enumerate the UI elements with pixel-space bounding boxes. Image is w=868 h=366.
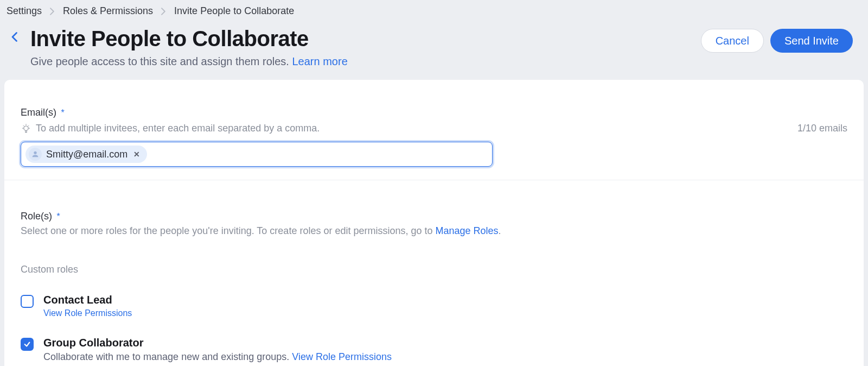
email-chip: Smitty@email.com ✕ xyxy=(25,146,147,163)
roles-section: Role(s) * Select one or more roles for t… xyxy=(21,180,847,363)
subtitle-text: Give people access to this site and assi… xyxy=(30,55,292,67)
page-subtitle: Give people access to this site and assi… xyxy=(30,55,701,68)
breadcrumb: Settings Roles & Permissions Invite Peop… xyxy=(0,0,868,17)
remove-email-icon[interactable]: ✕ xyxy=(132,149,142,159)
emails-hint: To add multiple invitees, enter each ema… xyxy=(36,123,320,134)
emails-text-input[interactable] xyxy=(147,147,488,162)
custom-roles-heading: Custom roles xyxy=(21,264,847,275)
form-card: Email(s) * To add multiple invitees, ent… xyxy=(4,80,864,366)
role-desc: Collaborate with me to manage new and ex… xyxy=(43,351,292,362)
role-item-group-collaborator: Group Collaborator Collaborate with me t… xyxy=(21,337,847,363)
breadcrumb-roles-permissions[interactable]: Roles & Permissions xyxy=(63,5,153,17)
view-role-permissions-link[interactable]: View Role Permissions xyxy=(292,351,392,362)
user-icon xyxy=(29,148,42,161)
required-mark: * xyxy=(61,108,64,117)
breadcrumb-current: Invite People to Collaborate xyxy=(174,5,294,17)
email-chip-text: Smitty@email.com xyxy=(46,149,127,160)
learn-more-link[interactable]: Learn more xyxy=(292,55,347,67)
role-item-contact-lead: Contact Lead View Role Permissions xyxy=(21,294,847,318)
emails-section: Email(s) * To add multiple invitees, ent… xyxy=(21,107,847,167)
role-name: Group Collaborator xyxy=(43,337,392,349)
cancel-button[interactable]: Cancel xyxy=(701,29,764,53)
roles-description: Select one or more roles for the people … xyxy=(21,225,847,237)
svg-point-1 xyxy=(34,152,36,154)
emails-count: 1/10 emails xyxy=(761,123,847,134)
role-checkbox[interactable] xyxy=(21,338,34,351)
roles-label: Role(s) xyxy=(21,211,52,222)
svg-point-0 xyxy=(24,126,28,130)
view-role-permissions-link[interactable]: View Role Permissions xyxy=(43,308,132,318)
breadcrumb-settings[interactable]: Settings xyxy=(7,5,42,17)
roles-desc-suffix: . xyxy=(499,225,501,236)
emails-label: Email(s) xyxy=(21,107,56,118)
role-checkbox[interactable] xyxy=(21,295,34,308)
page-title: Invite People to Collaborate xyxy=(30,27,701,51)
send-invite-button[interactable]: Send Invite xyxy=(770,29,853,53)
required-mark: * xyxy=(56,212,60,221)
page-header: Invite People to Collaborate Give people… xyxy=(0,17,868,80)
role-name: Contact Lead xyxy=(43,294,132,306)
chevron-right-icon xyxy=(161,8,167,15)
chevron-right-icon xyxy=(49,8,55,15)
back-button[interactable] xyxy=(4,27,24,42)
roles-desc-text: Select one or more roles for the people … xyxy=(21,225,436,236)
emails-input[interactable]: Smitty@email.com ✕ xyxy=(21,142,493,167)
lightbulb-icon xyxy=(21,123,31,134)
manage-roles-link[interactable]: Manage Roles xyxy=(436,225,499,236)
